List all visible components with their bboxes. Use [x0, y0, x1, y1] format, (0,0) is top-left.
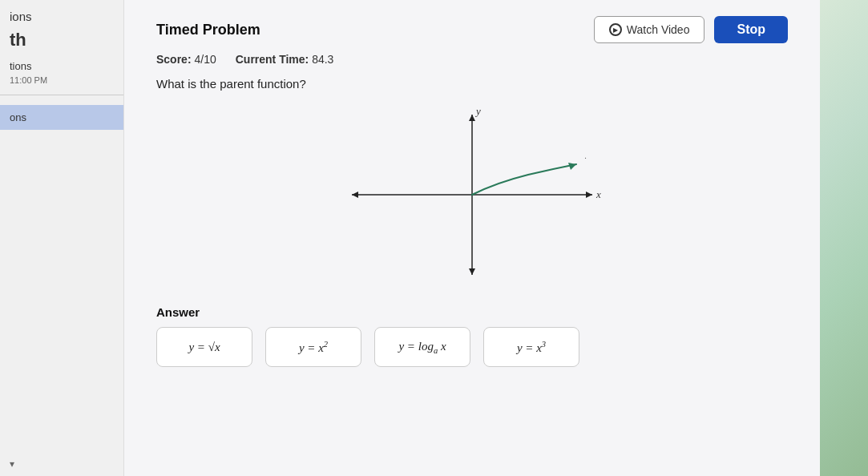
svg-text:.: .	[584, 151, 587, 160]
sidebar-label-th: th	[0, 26, 123, 57]
current-time-label: Current Time: 84.3	[236, 53, 334, 66]
svg-marker-4	[469, 115, 475, 121]
sidebar-time: 11:00 PM	[0, 75, 123, 91]
score-value: 4/10	[194, 53, 216, 66]
svg-marker-1	[586, 192, 592, 198]
current-time-value: 84.3	[312, 53, 333, 66]
sidebar-bottom: ▾	[0, 452, 123, 476]
top-bar-actions: ▶ Watch Video Stop	[594, 16, 788, 43]
watch-video-button[interactable]: ▶ Watch Video	[594, 16, 705, 43]
sidebar: ions th tions 11:00 PM ons ▾	[0, 0, 124, 476]
top-bar: Timed Problem ▶ Watch Video Stop	[156, 16, 788, 43]
svg-text:y: y	[474, 107, 481, 117]
sidebar-divider	[0, 95, 123, 95]
question-text: What is the parent function?	[156, 77, 788, 91]
sidebar-item-ons[interactable]: ons	[0, 105, 123, 130]
stop-button[interactable]: Stop	[714, 16, 788, 43]
svg-marker-5	[469, 268, 475, 275]
right-decorative-panel	[820, 0, 868, 476]
page-title: Timed Problem	[156, 22, 260, 38]
watch-video-label: Watch Video	[627, 23, 690, 36]
score-row: Score: 4/10 Current Time: 84.3	[156, 53, 788, 66]
play-icon: ▶	[609, 23, 622, 36]
coordinate-graph: x y .	[336, 107, 608, 283]
main-content: Timed Problem ▶ Watch Video Stop Score: …	[124, 0, 820, 476]
sidebar-label-ions: ions	[0, 6, 123, 26]
score-label: Score: 4/10	[156, 53, 216, 66]
svg-text:x: x	[595, 188, 601, 200]
graph-area: x y .	[156, 99, 788, 291]
graph-container: x y .	[336, 107, 608, 283]
answer-option-x-cubed[interactable]: y = x3	[483, 327, 579, 367]
svg-marker-2	[352, 192, 358, 198]
chevron-down-icon: ▾	[10, 458, 14, 470]
answer-option-log[interactable]: y = loga x	[374, 327, 470, 367]
answer-option-sqrt[interactable]: y = √x	[156, 327, 252, 367]
answer-options: y = √x y = x2 y = loga x y = x3	[156, 327, 788, 367]
answer-label: Answer	[156, 305, 788, 319]
answer-option-x-squared[interactable]: y = x2	[265, 327, 361, 367]
sidebar-section-label: tions	[0, 57, 123, 75]
